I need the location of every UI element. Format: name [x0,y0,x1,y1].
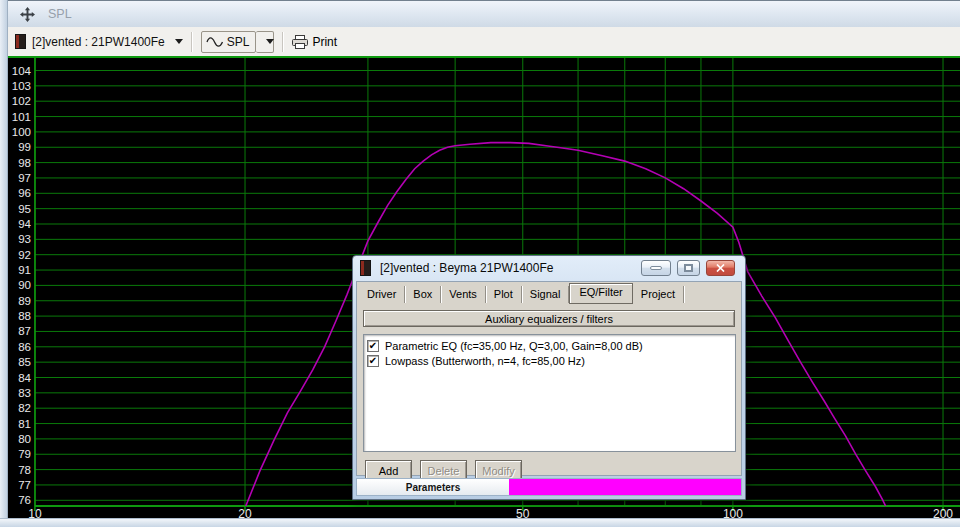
print-label: Print [312,35,337,49]
plot-type-selector[interactable]: SPL [201,31,257,53]
main-window-titlebar[interactable]: SPL [8,0,960,27]
move-cross-icon [20,7,35,22]
project-icon [15,34,26,49]
tab-project[interactable]: Project [633,286,684,303]
window-title: SPL [48,7,72,21]
maximize-button[interactable] [677,260,700,276]
minimize-button[interactable] [641,260,671,276]
tab-driver[interactable]: Driver [359,286,405,303]
dialog-title: [2]vented : Beyma 21PW1400Fe [380,261,553,275]
dialog-icon [360,260,371,276]
application-window: 7677787980818283848586878889909192939495… [0,0,960,527]
parameters-label[interactable]: Parameters [357,479,509,495]
print-button[interactable]: Print [292,35,337,49]
plot-type-label: SPL [227,35,250,49]
minimize-icon [650,266,662,270]
filter-item[interactable]: ✔ Parametric EQ (fc=35,00 Hz, Q=3,00, Ga… [367,338,735,353]
dialog-tabs: DriverBoxVentsPlotSignalEQ/FilterProject [359,285,741,303]
window-bottom-border [0,518,960,527]
checkbox-checked-icon[interactable]: ✔ [367,355,379,367]
toolbar: [2]vented : 21PW1400Fe SPL Print [8,27,960,56]
parameters-status-strip: Parameters [356,478,742,496]
close-icon [716,264,725,272]
close-button[interactable] [706,260,735,276]
tab-vents[interactable]: Vents [441,286,486,303]
filter-item[interactable]: ✔ Lowpass (Butterworth, n=4, fc=85,00 Hz… [367,353,735,368]
parameters-color-bar [509,479,741,495]
filter-label: Lowpass (Butterworth, n=4, fc=85,00 Hz) [385,355,585,367]
sine-wave-icon [206,36,224,48]
project-dialog: [2]vented : Beyma 21PW1400Fe DriverBoxVe… [352,255,746,500]
tab-box[interactable]: Box [405,286,441,303]
printer-icon [292,35,308,49]
tab-signal[interactable]: Signal [522,286,570,303]
dialog-client-area: DriverBoxVentsPlotSignalEQ/FilterProject… [356,281,742,476]
tab-plot[interactable]: Plot [486,286,522,303]
toolbar-separator [282,32,284,52]
aux-equalizers-button[interactable]: Auxliary equalizers / filters [363,310,735,327]
project-dropdown-chevron-down-icon[interactable] [175,39,183,44]
toolbar-separator [191,32,193,52]
project-selector[interactable]: [2]vented : 21PW1400Fe [32,35,165,49]
filter-label: Parametric EQ (fc=35,00 Hz, Q=3,00, Gain… [385,340,643,352]
filters-listbox[interactable]: ✔ Parametric EQ (fc=35,00 Hz, Q=3,00, Ga… [363,334,736,452]
maximize-icon [684,264,693,272]
plot-type-dropdown-button[interactable] [256,31,274,53]
tab-eq-filter[interactable]: EQ/Filter [569,283,632,304]
checkbox-checked-icon[interactable]: ✔ [367,340,379,352]
window-left-border [0,0,8,527]
dialog-titlebar[interactable]: [2]vented : Beyma 21PW1400Fe [353,256,745,280]
chevron-down-icon [266,39,274,44]
